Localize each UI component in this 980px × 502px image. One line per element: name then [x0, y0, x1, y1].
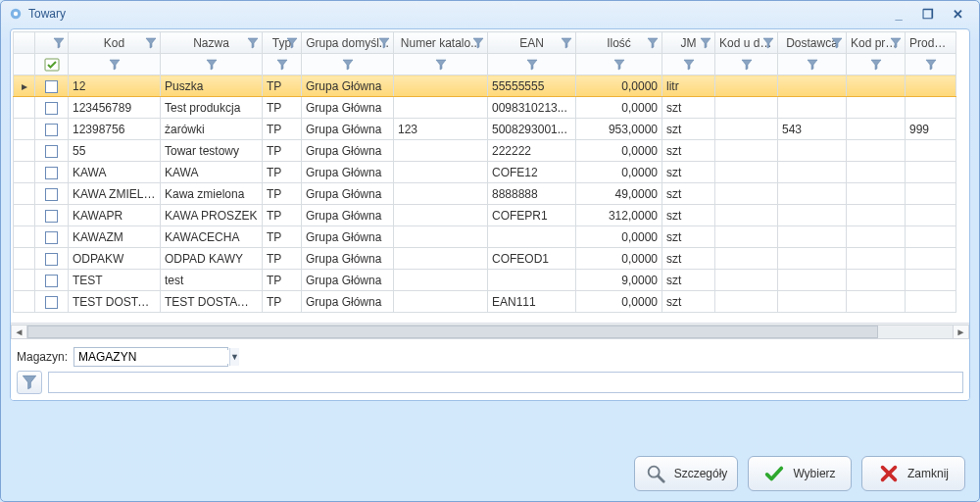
- col-grupa[interactable]: Grupa domyśl...: [302, 32, 394, 54]
- chevron-down-icon[interactable]: ▼: [229, 348, 239, 366]
- col-producent[interactable]: Produce...: [906, 32, 956, 54]
- filter-icon[interactable]: [378, 37, 390, 49]
- filter-icon[interactable]: [782, 54, 842, 75]
- col-koddost[interactable]: Kod u do...: [715, 32, 778, 54]
- cell-ilosc: 312,0000: [576, 205, 662, 226]
- cell-numer: 123: [394, 119, 488, 140]
- filter-icon[interactable]: [719, 54, 773, 75]
- cell-typ: TP: [263, 226, 302, 248]
- scroll-right-button[interactable]: ►: [953, 325, 969, 339]
- horizontal-scrollbar[interactable]: ◄ ►: [11, 323, 969, 339]
- row-checkbox[interactable]: [35, 226, 69, 248]
- table-row[interactable]: TESTtestTPGrupa Główna9,0000szt: [14, 270, 956, 291]
- table-row[interactable]: KAWAPRKAWA PROSZEKTPGrupa GłównaCOFEPR13…: [14, 205, 956, 226]
- scroll-thumb[interactable]: [27, 326, 878, 338]
- col-kod[interactable]: Kod: [69, 32, 161, 54]
- col-typ[interactable]: Typ: [263, 32, 302, 54]
- col-numer[interactable]: Numer katalo...: [394, 32, 488, 54]
- cell-grupa: Grupa Główna: [302, 140, 394, 162]
- table-row[interactable]: KAWAKAWATPGrupa GłównaCOFE120,0000szt: [14, 162, 956, 183]
- filter-icon[interactable]: [580, 54, 658, 75]
- cell-grupa: Grupa Główna: [302, 75, 394, 97]
- filter-icon[interactable]: [472, 37, 484, 49]
- scroll-track[interactable]: [27, 325, 953, 339]
- col-dostawca[interactable]: Dostawca: [778, 32, 847, 54]
- select-button[interactable]: Wybierz: [748, 456, 852, 491]
- table-row[interactable]: ▸12PuszkaTPGrupa Główna555555550,0000lit…: [14, 75, 956, 97]
- cell-ilosc: 0,0000: [576, 248, 662, 270]
- row-checkbox[interactable]: [35, 205, 69, 226]
- select-all-icon[interactable]: [44, 58, 60, 72]
- cell-dostawca: [778, 205, 847, 226]
- cell-producent: [906, 248, 956, 270]
- magazyn-row: Magazyn: ▼: [11, 339, 969, 371]
- maximize-button[interactable]: ❐: [914, 5, 942, 23]
- filter-icon[interactable]: [165, 54, 258, 75]
- magazyn-combo[interactable]: ▼: [74, 347, 228, 367]
- row-checkbox[interactable]: [35, 140, 69, 162]
- close-button[interactable]: Zamknij: [861, 456, 965, 491]
- cell-ilosc: 0,0000: [576, 97, 662, 119]
- table-row[interactable]: TEST DOSTAWCYTEST DOSTAWC...TPGrupa Głów…: [14, 291, 956, 313]
- row-checkbox[interactable]: [35, 291, 69, 313]
- filter-icon[interactable]: [286, 37, 298, 49]
- table-row[interactable]: KAWAZMKAWACECHATPGrupa Główna0,0000szt: [14, 226, 956, 248]
- filter-icon[interactable]: [267, 54, 297, 75]
- row-checkbox[interactable]: [35, 248, 69, 270]
- row-checkbox[interactable]: [35, 270, 69, 291]
- col-nazwa[interactable]: Nazwa: [161, 32, 263, 54]
- filter-icon[interactable]: [647, 37, 659, 49]
- filter-icon[interactable]: [145, 37, 157, 49]
- col-jm[interactable]: JM: [662, 32, 715, 54]
- cell-kod: KAWA ZMIELO...: [69, 183, 161, 205]
- filter-icon[interactable]: [831, 37, 843, 49]
- cell-dostawca: [778, 183, 847, 205]
- filter-icon[interactable]: [851, 54, 901, 75]
- col-ilosc[interactable]: Ilość: [576, 32, 662, 54]
- close-window-button[interactable]: ✕: [944, 5, 971, 23]
- table-row[interactable]: 123456789Test produkcjaTPGrupa Główna009…: [14, 97, 956, 119]
- filter-checkbox[interactable]: [35, 54, 69, 75]
- magazyn-input[interactable]: [74, 350, 229, 364]
- cell-producent: [906, 205, 956, 226]
- table-row[interactable]: KAWA ZMIELO...Kawa zmielonaTPGrupa Główn…: [14, 183, 956, 205]
- scroll-left-button[interactable]: ◄: [11, 325, 27, 339]
- row-checkbox[interactable]: [35, 75, 69, 97]
- cell-koddost: [715, 97, 778, 119]
- cell-jm: szt: [662, 248, 715, 270]
- filter-button[interactable]: [17, 371, 42, 394]
- filter-icon[interactable]: [306, 54, 389, 75]
- filter-icon[interactable]: [73, 54, 156, 75]
- filter-icon[interactable]: [561, 37, 572, 49]
- filter-icon[interactable]: [398, 54, 483, 75]
- col-ean[interactable]: EAN: [488, 32, 576, 54]
- col-checkbox[interactable]: [35, 32, 69, 54]
- filter-icon[interactable]: [909, 54, 952, 75]
- row-checkbox[interactable]: [35, 183, 69, 205]
- cell-producent: 999: [906, 119, 956, 140]
- filter-icon[interactable]: [700, 37, 711, 49]
- cell-kod: ODPAKW: [69, 248, 161, 270]
- col-pointer[interactable]: [14, 32, 35, 54]
- details-button[interactable]: Szczegóły: [634, 456, 738, 491]
- cell-kodprod: [847, 183, 906, 205]
- cell-kod: 12: [69, 75, 161, 97]
- filter-icon[interactable]: [247, 37, 259, 49]
- cell-ilosc: 9,0000: [576, 270, 662, 291]
- col-kodprod[interactable]: Kod pro...: [847, 32, 906, 54]
- row-checkbox[interactable]: [35, 97, 69, 119]
- filter-icon[interactable]: [53, 37, 65, 49]
- filter-icon[interactable]: [492, 54, 571, 75]
- table-row[interactable]: 55Towar testowyTPGrupa Główna2222220,000…: [14, 140, 956, 162]
- search-input[interactable]: [48, 372, 963, 393]
- minimize-button[interactable]: _: [885, 5, 912, 23]
- filter-icon[interactable]: [890, 37, 902, 49]
- row-checkbox[interactable]: [35, 162, 69, 183]
- filter-icon[interactable]: [762, 37, 774, 49]
- cell-grupa: Grupa Główna: [302, 248, 394, 270]
- table-row[interactable]: 12398756żarówkiTPGrupa Główna12350082930…: [14, 119, 956, 140]
- row-checkbox[interactable]: [35, 119, 69, 140]
- cell-kodprod: [847, 97, 906, 119]
- table-row[interactable]: ODPAKWODPAD KAWYTPGrupa GłównaCOFEOD10,0…: [14, 248, 956, 270]
- filter-icon[interactable]: [666, 54, 710, 75]
